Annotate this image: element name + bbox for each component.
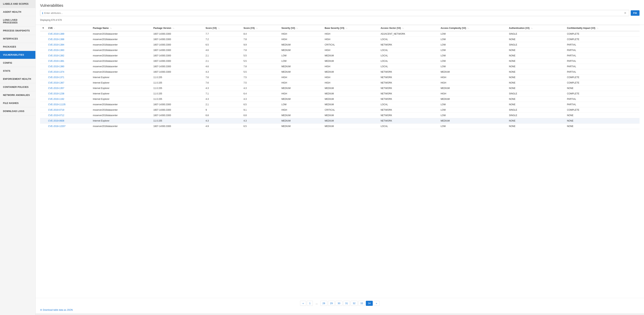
cve-cell[interactable]: CVE-2018-12207 bbox=[46, 124, 91, 129]
cve-cell[interactable]: CVE-2019-1382 bbox=[46, 53, 91, 58]
cve-link[interactable]: CVE-2018-12207 bbox=[48, 125, 66, 128]
cve-cell[interactable]: CVE-2019-0719 bbox=[46, 107, 91, 113]
score-v2-cell: 2.1 bbox=[204, 102, 242, 107]
cve-cell[interactable]: CVE-2019-1367 bbox=[46, 80, 91, 86]
sidebar-item-config[interactable]: CONFIG bbox=[0, 59, 36, 67]
sidebar-item-container-policies[interactable]: CONTAINER POLICIES bbox=[0, 83, 36, 91]
score-v3-cell: 6.5 bbox=[242, 124, 280, 129]
cve-link[interactable]: CVE-2019-1389 bbox=[48, 32, 64, 35]
filter-clear-button[interactable]: ✕ bbox=[623, 11, 627, 15]
horizontal-scrollbar[interactable] bbox=[36, 314, 644, 315]
row-index bbox=[40, 48, 46, 53]
cve-cell[interactable]: CVE-2019-1381 bbox=[46, 58, 91, 64]
access-complexity-cell: LOW bbox=[439, 53, 507, 58]
cve-link[interactable]: CVE-2019-1388 bbox=[48, 38, 64, 41]
sidebar-item-interfaces[interactable]: INTERFACES bbox=[0, 35, 36, 43]
sidebar-item-process-snapshots[interactable]: PROCESS SNAPSHOTS bbox=[0, 27, 36, 35]
score-v3-cell: 7.8 bbox=[242, 37, 280, 42]
authentication-v2-column-header[interactable]: Authentication (V2) ↑↓ bbox=[507, 25, 565, 31]
sidebar-item-agent-health[interactable]: AGENT HEALTH bbox=[0, 8, 36, 16]
package-version-column-header[interactable]: Package Version ↑↓ bbox=[152, 25, 204, 31]
cve-link[interactable]: CVE-2019-0608 bbox=[48, 120, 64, 122]
pagination-page-28[interactable]: 28 bbox=[320, 301, 327, 306]
access-complexity-v2-column-header[interactable]: Access Complexity (V2) ↑↓ bbox=[439, 25, 507, 31]
cve-link[interactable]: CVE-2019-1238 bbox=[48, 92, 64, 95]
score-v2-cell: 2.1 bbox=[204, 53, 242, 58]
download-wrap: ⬇Download table data as JSON bbox=[36, 308, 644, 314]
cve-link[interactable]: CVE-2019-1384 bbox=[48, 44, 64, 46]
confidentiality-impact-v2-column-header[interactable]: Confidentiality Impact (V2) ↑↓ bbox=[565, 25, 640, 31]
cve-cell[interactable]: CVE-2019-0608 bbox=[46, 118, 91, 124]
table-wrap: ▼ CVE ↓ Package Name ↑↓ Package Version … bbox=[36, 25, 644, 298]
cve-cell[interactable]: CVE-2019-1357 bbox=[46, 86, 91, 91]
download-link[interactable]: ⬇Download table data as JSON bbox=[40, 309, 73, 311]
cve-cell[interactable]: CVE-2019-1384 bbox=[46, 42, 91, 48]
package-version-cell: 1607-14393.3300 bbox=[152, 48, 204, 53]
sidebar-item-labels-and-scopes[interactable]: LABELS AND SCOPES bbox=[0, 0, 36, 8]
base-severity-v3-cell: MEDIUM bbox=[323, 96, 379, 102]
base-severity-v3-cell: MEDIUM bbox=[323, 69, 379, 75]
base-severity-v3-cell: HIGH bbox=[323, 37, 379, 42]
confidentiality-cell: PARTIAL bbox=[565, 69, 640, 75]
sidebar-item-packages[interactable]: PACKAGES bbox=[0, 43, 36, 51]
cve-column-header[interactable]: CVE ↓ bbox=[46, 25, 91, 31]
cve-link[interactable]: CVE-2019-1367 bbox=[48, 82, 64, 84]
pagination-prev-button[interactable]: « bbox=[300, 301, 306, 306]
access-complexity-cell: LOW bbox=[439, 37, 507, 42]
sidebar-item-vulnerabilities[interactable]: VULNERABILITIES bbox=[0, 51, 36, 59]
cve-link[interactable]: CVE-2019-1374 bbox=[48, 70, 64, 73]
cve-cell[interactable]: CVE-2019-1388 bbox=[46, 37, 91, 42]
pagination-page-34[interactable]: 34 bbox=[366, 301, 372, 306]
pagination-page-31[interactable]: 31 bbox=[343, 301, 350, 306]
cve-cell[interactable]: CVE-2019-1374 bbox=[46, 69, 91, 75]
access-vector-cell: LOCAL bbox=[379, 53, 439, 58]
base-severity-v3-column-header[interactable]: Base Severity (V3) ↑↓ bbox=[323, 25, 379, 31]
cve-link[interactable]: CVE-2019-11135 bbox=[48, 103, 66, 106]
cve-link[interactable]: CVE-2019-1192 bbox=[48, 98, 64, 100]
filter-input[interactable] bbox=[44, 12, 623, 14]
sidebar-item-enforcement-health[interactable]: ENFORCEMENT HEALTH bbox=[0, 75, 36, 83]
cve-link[interactable]: CVE-2019-1382 bbox=[48, 54, 64, 57]
score-v2-cell: 4.6 bbox=[204, 64, 242, 69]
cve-link[interactable]: CVE-2019-1383 bbox=[48, 49, 64, 52]
cve-link[interactable]: CVE-2019-0719 bbox=[48, 108, 64, 111]
sidebar-item-long-lived-processes[interactable]: LONG LIVED PROCESSES bbox=[0, 16, 36, 27]
row-index bbox=[40, 118, 46, 124]
cve-link[interactable]: CVE-2019-1357 bbox=[48, 87, 64, 90]
cve-cell[interactable]: CVE-2019-1389 bbox=[46, 31, 91, 37]
score-v3-cell: 6.8 bbox=[242, 113, 280, 118]
sidebar-item-download-logs[interactable]: DOWNLOAD LOGS bbox=[0, 107, 36, 115]
pagination-page-30[interactable]: 30 bbox=[336, 301, 342, 306]
table-header-row: ▼ CVE ↓ Package Name ↑↓ Package Version … bbox=[40, 25, 640, 31]
sidebar-item-network-anomalies[interactable]: NETWORK ANOMALIES bbox=[0, 91, 36, 99]
pagination-page-32[interactable]: 32 bbox=[351, 301, 358, 306]
cve-cell[interactable]: CVE-2019-0712 bbox=[46, 113, 91, 118]
filter-button[interactable]: Filt bbox=[631, 10, 640, 16]
package-name-column-header[interactable]: Package Name ↑↓ bbox=[91, 25, 151, 31]
table-row: CVE-2019-1238 Internet Explorer 11.0.155… bbox=[40, 91, 640, 96]
cve-cell[interactable]: CVE-2019-1192 bbox=[46, 96, 91, 102]
access-vector-cell: ADJACENT_NETWORK bbox=[379, 31, 439, 37]
cve-link[interactable]: CVE-2019-0712 bbox=[48, 114, 64, 117]
severity-v2-column-header[interactable]: Severity (V2) ↑↓ bbox=[280, 25, 323, 31]
sidebar-item-stats[interactable]: STATS bbox=[0, 67, 36, 75]
score-v2-cell: 7.2 bbox=[204, 37, 242, 42]
access-vector-v2-column-header[interactable]: Access Vector (V2) ↑↓ bbox=[379, 25, 439, 31]
cve-cell[interactable]: CVE-2019-1383 bbox=[46, 48, 91, 53]
pagination-next-button[interactable]: » bbox=[374, 301, 380, 306]
pagination-page-29[interactable]: 29 bbox=[328, 301, 335, 306]
score-v2-column-header[interactable]: Score (V2) ↑↓ bbox=[204, 25, 242, 31]
pagination-page-1[interactable]: 1 bbox=[307, 301, 313, 306]
cve-cell[interactable]: CVE-2019-1371 bbox=[46, 75, 91, 80]
cve-link[interactable]: CVE-2019-1371 bbox=[48, 76, 64, 79]
cve-cell[interactable]: CVE-2019-11135 bbox=[46, 102, 91, 107]
cve-link[interactable]: CVE-2019-1380 bbox=[48, 65, 64, 68]
score-v2-cell: 6.5 bbox=[204, 42, 242, 48]
sidebar-item-file-hashes[interactable]: FILE HASHES bbox=[0, 99, 36, 107]
access-vector-cell: LOCAL bbox=[379, 58, 439, 64]
cve-cell[interactable]: CVE-2019-1380 bbox=[46, 64, 91, 69]
cve-cell[interactable]: CVE-2019-1238 bbox=[46, 91, 91, 96]
cve-link[interactable]: CVE-2019-1381 bbox=[48, 60, 64, 62]
pagination-page-33[interactable]: 33 bbox=[358, 301, 365, 306]
score-v3-column-header[interactable]: Score (V3) ↑↓ bbox=[242, 25, 280, 31]
